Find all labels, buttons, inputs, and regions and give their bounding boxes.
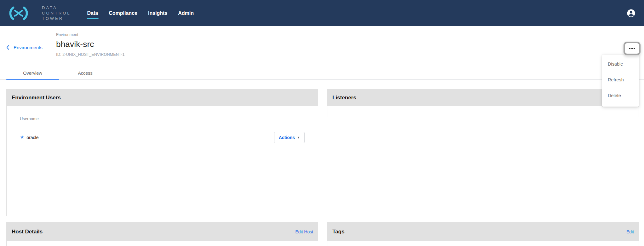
brand-divider [35, 5, 35, 22]
listeners-card: Listeners [327, 89, 639, 117]
menu-item-refresh[interactable]: Refresh [602, 72, 639, 88]
user-cell: ★ oracle [20, 135, 38, 140]
app-screen: DATA CONTROL TOWER Data Compliance Insig… [0, 0, 644, 246]
menu-item-delete[interactable]: Delete [602, 88, 639, 103]
username-value: oracle [26, 135, 38, 140]
menu-item-disable[interactable]: Disable [602, 56, 639, 72]
ellipsis-icon [634, 48, 635, 49]
star-icon: ★ [20, 135, 24, 140]
nav-item-compliance[interactable]: Compliance [108, 9, 138, 18]
tab-overview[interactable]: Overview [6, 67, 59, 79]
navbar-right [626, 9, 636, 18]
edit-host-link[interactable]: Edit Host [295, 229, 313, 234]
back-link-label: Environments [14, 45, 43, 50]
page-header: Environment bhavik-src ID: 2-UNIX_HOST_E… [56, 32, 125, 57]
actions-button-label: Actions [279, 135, 295, 140]
account-circle-icon[interactable] [626, 9, 636, 18]
card-title: Listeners [332, 95, 356, 101]
edit-tags-link[interactable]: Edit [626, 229, 634, 234]
ellipsis-icon [629, 48, 630, 49]
entity-id: ID: 2-UNIX_HOST_ENVIRONMENT-1 [56, 52, 125, 57]
host-details-header: Host Details Edit Host [6, 222, 318, 241]
wordmark-line: DATA [42, 5, 71, 10]
nav-item-insights[interactable]: Insights [147, 9, 168, 18]
primary-nav: Data Compliance Insights Admin [87, 9, 195, 18]
nav-item-admin[interactable]: Admin [177, 9, 194, 18]
wordmark-line: CONTROL [42, 10, 71, 16]
username-column-header: Username [20, 116, 313, 129]
host-details-card: Host Details Edit Host [6, 222, 318, 246]
brand-wordmark: DATA CONTROL TOWER [42, 5, 71, 21]
tab-access[interactable]: Access [59, 67, 112, 79]
environment-users-header: Environment Users [6, 89, 318, 106]
tags-card: Tags Edit [327, 222, 639, 246]
tags-header: Tags Edit [327, 222, 639, 241]
more-actions-menu: Disable Refresh Delete [602, 55, 639, 107]
more-actions-button[interactable] [625, 43, 639, 54]
brand-logo: DATA CONTROL TOWER [8, 5, 71, 22]
listeners-header: Listeners [327, 89, 639, 106]
card-title: Host Details [12, 229, 43, 235]
top-navbar: DATA CONTROL TOWER Data Compliance Insig… [0, 0, 644, 26]
delphix-logo-icon [8, 5, 29, 21]
environment-users-card: Environment Users Username ★ oracle Acti… [6, 89, 318, 216]
card-title: Environment Users [12, 95, 61, 101]
table-row: ★ oracle Actions ▼ [7, 129, 313, 146]
caret-down-icon: ▼ [297, 136, 300, 139]
entity-type-label: Environment [56, 32, 125, 37]
ellipsis-icon [631, 48, 633, 49]
nav-item-data[interactable]: Data [87, 9, 99, 18]
page-title: bhavik-src [56, 39, 125, 49]
breadcrumb-back-link[interactable]: Environments [6, 45, 43, 50]
wordmark-line: TOWER [42, 16, 71, 21]
chevron-left-icon [6, 45, 9, 50]
tab-bar: Overview Access [0, 67, 644, 80]
row-actions-button[interactable]: Actions ▼ [274, 132, 305, 143]
card-title: Tags [332, 229, 344, 235]
